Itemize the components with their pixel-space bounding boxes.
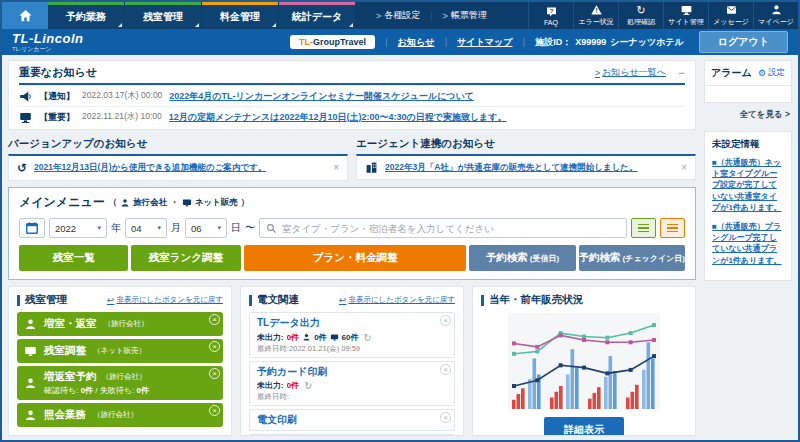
telegram-print-card: 電文印刷 × — [249, 409, 455, 431]
close-icon[interactable]: × — [209, 341, 220, 352]
dropdown-fold-icon — [349, 23, 353, 27]
tl-data-export-link[interactable]: TLデータ出力 — [257, 316, 438, 330]
close-icon[interactable]: × — [681, 163, 687, 173]
nav-secondary-links: >各種設定 | >帳票管理 — [366, 2, 497, 29]
notice-datetime: 2022.03.17(木) 00:00 — [82, 90, 162, 102]
svg-text:?: ? — [549, 8, 553, 14]
gear-icon: ⚙ — [758, 68, 766, 78]
unset-room-type-link[interactable]: ■（共通販売）ネット室タイプグループ設定が完了していない共通室タイプが1件ありま… — [712, 157, 784, 213]
telegram-print-link[interactable]: 電文印刷 — [257, 413, 438, 427]
reservation-search-checkin-button[interactable]: 予約検索(チェックイン日) — [579, 245, 685, 271]
util-mypage[interactable]: マイページ — [753, 2, 798, 29]
month-select[interactable]: 04▾ — [125, 218, 167, 238]
alarm-settings-link[interactable]: ⚙設定 — [758, 67, 785, 79]
notice-link[interactable]: 2022年4月のTL-リンカーンオンラインセミナー開催スケジュールについて — [169, 90, 474, 103]
view-all-link[interactable]: 全てを見る > — [706, 109, 790, 121]
agent-notice-link[interactable]: 2022年3月「A社」が共通在庫の販売先として連携開始しました。 — [385, 162, 674, 174]
add-return-reservation-button[interactable]: 増返室予約 （旅行会社） 確認待ち: 0件 / 失敗待ち: 0件 × — [17, 366, 223, 400]
important-notice-panel: 重要なお知らせ >お知らせ一覧へ − 【通知】 2022.03.17(木) 00… — [8, 60, 696, 130]
notice-link[interactable]: 12月の定期メンテナンスは2022年12月10日(土)2:00〜4:30の日程で… — [169, 111, 507, 124]
detail-view-button[interactable]: 詳細表示 — [544, 417, 624, 436]
refresh-icon[interactable]: ↻ — [304, 380, 312, 391]
section-title: バージョンアップのお知らせ — [8, 137, 348, 151]
divider: ｜ — [441, 36, 450, 49]
alarm-title: アラーム — [711, 66, 752, 80]
reservation-card-print-link[interactable]: 予約カード印刷 — [257, 365, 438, 379]
accent-bar — [17, 295, 20, 306]
close-icon[interactable]: × — [440, 364, 451, 375]
nav-link-settings[interactable]: >各種設定 — [366, 9, 430, 22]
tab-rates[interactable]: 料金管理 — [202, 2, 278, 29]
secondary-notices-row: バージョンアップのお知らせ ↺ 2021年12月13日(月)から使用できる追加機… — [8, 136, 696, 181]
panel-title: 重要なお知らせ — [19, 65, 97, 80]
home-button[interactable] — [2, 2, 48, 29]
restore-hidden-buttons-link[interactable]: ↩非表示にしたボタンを元に戻す — [107, 295, 223, 305]
room-list-button[interactable]: 残室一覧 — [19, 245, 128, 271]
notice-row: 【通知】 2022.03.17(木) 00:00 2022年4月のTL-リンカー… — [19, 85, 685, 106]
news-link[interactable]: お知らせ — [398, 36, 435, 49]
search-box — [259, 218, 627, 238]
dropdown-fold-icon — [272, 23, 276, 27]
close-icon[interactable]: × — [209, 368, 220, 379]
tab-label: 料金管理 — [220, 10, 260, 24]
close-icon[interactable]: × — [209, 405, 220, 416]
close-icon[interactable]: × — [209, 314, 220, 325]
room-adjust-button[interactable]: 残室調整 （ネット販売） × — [17, 339, 223, 363]
refresh-icon[interactable]: ↻ — [363, 332, 371, 343]
close-icon[interactable]: × — [440, 315, 451, 326]
unset-info-card: 未設定情報 ■（共通販売）ネット室タイプグループ設定が完了していない共通室タイプ… — [704, 131, 792, 281]
reservation-search-received-button[interactable]: 予約検索(受信日) — [469, 245, 575, 271]
dropdown-fold-icon — [118, 23, 122, 27]
util-label: 処理確認 — [627, 17, 655, 27]
nav-link-reports[interactable]: >帳票管理 — [433, 9, 497, 22]
tab-room-inventory[interactable]: 残室管理 — [125, 2, 201, 29]
close-icon[interactable]: × — [333, 163, 339, 173]
building-icon — [365, 161, 378, 174]
group-travel-badge[interactable]: TL-GroupTravel — [290, 35, 375, 49]
day-select[interactable]: 06▾ — [185, 218, 227, 238]
sitemap-link[interactable]: サイトマップ — [457, 36, 512, 49]
green-list-toggle[interactable] — [631, 218, 656, 238]
all-notices-link[interactable]: >お知らせ一覧へ — [595, 66, 666, 79]
util-process-check[interactable]: ↻ 処理確認 — [618, 2, 663, 29]
plan-rate-adjust-button[interactable]: プラン・料金調整 — [244, 245, 467, 271]
calendar-button[interactable] — [19, 218, 45, 238]
minimize-button[interactable]: − — [678, 67, 685, 79]
search-input[interactable] — [282, 223, 620, 234]
version-notice-link[interactable]: 2021年12月13日(月)から使用できる追加機能のご案内です。 — [34, 162, 326, 174]
telegram-panel: 電文関連 ↩非表示にしたボタンを元に戻す TLデータ出力 未出力: 0件 0件 … — [240, 286, 464, 436]
list-icon — [667, 224, 678, 233]
logo-subtext: TL-リンカーン — [12, 46, 83, 52]
inquiry-operations-button[interactable]: 照会業務 （旅行会社） × — [17, 403, 223, 427]
room-panel-header: 残室管理 ↩非表示にしたボタンを元に戻す — [17, 293, 223, 307]
util-site-management[interactable]: サイト管理 — [663, 2, 708, 29]
util-faq[interactable]: ? FAQ — [528, 2, 573, 29]
tab-label: 統計データ — [292, 10, 342, 24]
logout-button[interactable]: ログアウト — [699, 31, 788, 53]
tab-statistics[interactable]: 統計データ — [279, 2, 355, 29]
year-select[interactable]: 2022▾ — [49, 218, 107, 238]
close-icon[interactable]: × — [440, 412, 451, 423]
unset-plan-group-link[interactable]: ■（共通販売）プラングループ完了していない共通プランが1件あります。 — [712, 221, 784, 266]
megaphone-icon — [19, 90, 32, 103]
person-icon — [302, 333, 311, 342]
util-messages[interactable]: メッセージ — [708, 2, 753, 29]
add-return-room-button[interactable]: 増室・返室 （旅行会社） × — [17, 312, 223, 336]
brand-right-group: TL-GroupTravel ｜ お知らせ ｜ サイトマップ ｜ 施設ID： X… — [290, 31, 788, 53]
chevron-down-icon: ▾ — [217, 224, 221, 232]
room-rank-adjust-button[interactable]: 残室ランク調整 — [131, 245, 240, 271]
orange-list-toggle[interactable] — [660, 218, 685, 238]
brand-bar: TL-Lincoln TL-リンカーン TL-GroupTravel ｜ お知ら… — [2, 29, 798, 55]
restore-hidden-buttons-link[interactable]: ↩非表示にしたボタンを元に戻す — [339, 295, 455, 305]
panel-title: 当年・前年販売状況 — [489, 293, 584, 307]
util-label: マイページ — [758, 17, 794, 27]
divider: ｜ — [382, 36, 391, 49]
util-error-status[interactable]: ! エラー状況 — [573, 2, 618, 29]
panel-title: 電文関連 — [257, 293, 299, 307]
day-label: 日 — [231, 221, 241, 235]
notice-row: 【重要】 2022.11.21(水) 10:00 12月の定期メンテナンスは20… — [19, 106, 685, 127]
tab-reservations[interactable]: 予約業務 — [48, 2, 124, 29]
list-icon — [638, 224, 649, 233]
chevron-icon: > — [376, 11, 381, 21]
section-title: エージェント連携のお知らせ — [356, 137, 696, 151]
